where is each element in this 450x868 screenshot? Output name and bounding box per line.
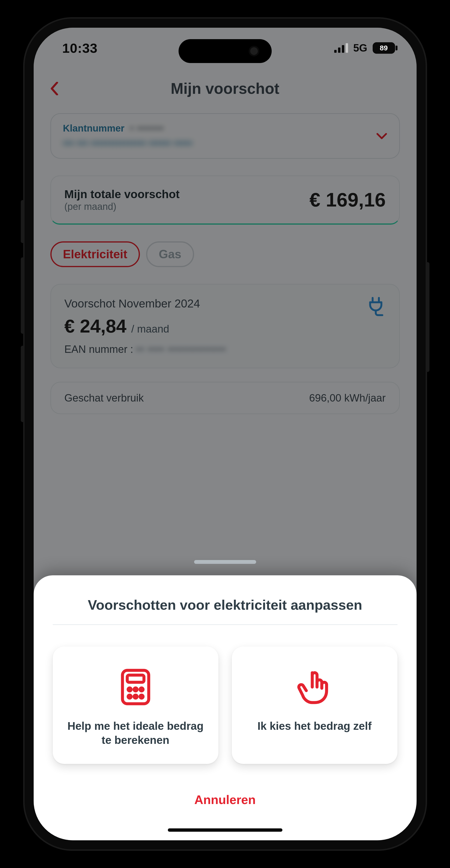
elec-period: Voorschot November 2024 bbox=[64, 297, 386, 310]
option-manual[interactable]: Ik kies het bedrag zelf bbox=[232, 647, 397, 764]
svg-point-6 bbox=[134, 695, 137, 698]
total-sublabel: (per maand) bbox=[64, 201, 180, 212]
sheet-title: Voorschotten voor elektriciteit aanpasse… bbox=[53, 597, 397, 625]
page-title: Mijn voorschot bbox=[171, 80, 279, 97]
option-manual-label: Ik kies het bedrag zelf bbox=[257, 719, 371, 733]
svg-rect-1 bbox=[127, 675, 144, 682]
bottom-sheet: Voorschotten voor elektriciteit aanpasse… bbox=[34, 575, 417, 840]
tab-electricity[interactable]: Elektriciteit bbox=[50, 241, 140, 267]
svg-point-4 bbox=[140, 688, 143, 691]
side-button-power bbox=[426, 262, 429, 372]
option-calculate[interactable]: Help me het ideale bedrag te berekenen bbox=[53, 647, 218, 764]
elec-amount: € 24,84 bbox=[64, 315, 126, 337]
total-card: Mijn totale voorschot (per maand) € 169,… bbox=[50, 176, 400, 225]
account-selector[interactable]: Klantnummer • ••••••• ••• ••• ••••••••••… bbox=[50, 113, 400, 159]
svg-point-3 bbox=[134, 688, 137, 691]
battery-level: 89 bbox=[380, 44, 388, 52]
home-indicator[interactable] bbox=[168, 828, 282, 832]
chevron-down-icon bbox=[376, 131, 387, 142]
pointer-hand-icon bbox=[296, 668, 334, 706]
tab-gas[interactable]: Gas bbox=[146, 241, 194, 267]
svg-point-2 bbox=[128, 688, 131, 691]
ean-masked: •• •••• •••••••••••••• bbox=[136, 343, 226, 355]
estimate-value: 696,00 kWh/jaar bbox=[309, 392, 386, 404]
ean-label: EAN nummer : bbox=[64, 343, 133, 355]
tab-gas-label: Gas bbox=[159, 248, 181, 261]
battery-icon: 89 bbox=[373, 42, 395, 54]
signal-icon bbox=[334, 43, 348, 53]
side-button-vol-up bbox=[21, 257, 25, 334]
account-label: Klantnummer bbox=[63, 123, 125, 134]
status-right: 5G 89 bbox=[334, 42, 395, 54]
option-calculate-label: Help me het ideale bedrag te berekenen bbox=[62, 719, 209, 747]
chevron-left-icon bbox=[50, 82, 59, 95]
account-info: Klantnummer • ••••••• ••• ••• ••••••••••… bbox=[63, 123, 369, 149]
sheet-handle-icon[interactable] bbox=[194, 560, 256, 564]
elec-per: / maand bbox=[131, 323, 169, 335]
sheet-options: Help me het ideale bedrag te berekenen I… bbox=[53, 647, 397, 764]
calculator-icon bbox=[117, 668, 155, 706]
nav-bar: Mijn voorschot bbox=[34, 68, 417, 109]
cancel-button[interactable]: Annuleren bbox=[53, 793, 397, 807]
electricity-card: Voorschot November 2024 € 24,84 / maand … bbox=[50, 284, 400, 368]
screen: 10:33 5G 89 Mijn voorschot bbox=[34, 28, 417, 840]
content: Klantnummer • ••••••• ••• ••• ••••••••••… bbox=[34, 113, 417, 414]
network-label: 5G bbox=[353, 42, 367, 54]
estimate-row: Geschat verbruik 696,00 kWh/jaar bbox=[50, 382, 400, 414]
status-time: 10:33 bbox=[62, 40, 98, 56]
stage: 10:33 5G 89 Mijn voorschot bbox=[0, 0, 450, 868]
plug-icon bbox=[366, 296, 386, 316]
side-button-vol-down bbox=[21, 346, 25, 422]
estimate-label: Geschat verbruik bbox=[64, 392, 144, 404]
dynamic-island bbox=[179, 39, 272, 63]
svg-point-5 bbox=[128, 695, 131, 698]
cancel-label: Annuleren bbox=[194, 793, 256, 807]
side-button-silent bbox=[21, 200, 25, 243]
energy-tabs: Elektriciteit Gas bbox=[50, 241, 400, 267]
account-number-masked: • ••••••• bbox=[130, 123, 164, 134]
svg-point-7 bbox=[140, 695, 143, 698]
phone-frame: 10:33 5G 89 Mijn voorschot bbox=[25, 19, 426, 849]
back-button[interactable] bbox=[50, 82, 59, 95]
tab-electricity-label: Elektriciteit bbox=[63, 248, 127, 261]
account-address-masked: ••• ••• ••••••••••••••• •••••• ••••• bbox=[63, 137, 369, 149]
total-amount: € 169,16 bbox=[309, 189, 386, 211]
total-label: Mijn totale voorschot bbox=[64, 188, 180, 201]
